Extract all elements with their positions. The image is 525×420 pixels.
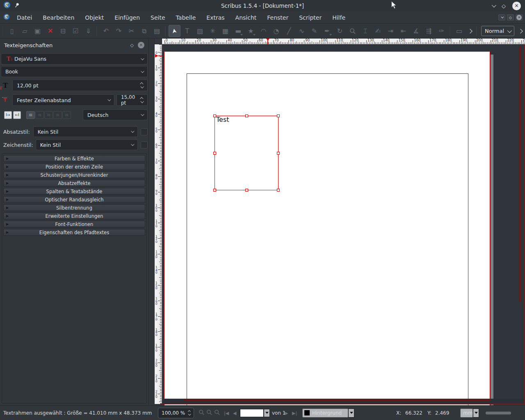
expander-spalten-textabst-nde[interactable]: ▶Spalten & Textabstände	[3, 188, 145, 195]
pdf-tools-overflow-chevron[interactable]	[466, 26, 475, 36]
line-spacing-mode-select[interactable]: Fester Zeilenabstand	[12, 94, 114, 106]
mdi-restore-button[interactable]	[498, 14, 505, 21]
expander-erweiterte-einstellungen[interactable]: ▶Erweiterte Einstellungen	[3, 212, 145, 219]
insert-text-frame-tool[interactable]: T	[181, 25, 193, 37]
zoom-in-icon[interactable]	[214, 409, 220, 417]
paste-button[interactable]: ▤	[151, 25, 163, 37]
insert-polygon-tool[interactable]: ★	[245, 25, 257, 37]
ltr-direction-button[interactable]: I→	[4, 111, 12, 119]
font-family-select[interactable]: TF DejaVu Sans	[1, 53, 148, 64]
insert-render-frame-tool[interactable]: ✳	[207, 25, 219, 37]
insert-bezier-curve-tool[interactable]: ∿	[296, 25, 308, 37]
panel-close-icon[interactable]: ✕	[138, 42, 144, 48]
unlink-text-frames-tool[interactable]: ⇤	[397, 25, 409, 37]
layer-select[interactable]: Hintergrund	[302, 409, 348, 418]
menu-seite[interactable]: Seite	[145, 11, 171, 24]
align-force-justify-button[interactable]: ≡	[62, 111, 71, 119]
menu-objekt[interactable]: Objekt	[80, 11, 109, 24]
undo-button[interactable]: ↶	[100, 25, 112, 37]
page-number-dropdown-button[interactable]	[264, 409, 270, 417]
open-document-button[interactable]: ▱	[19, 25, 31, 37]
insert-image-frame-tool[interactable]: ▨	[194, 25, 206, 37]
menu-einf-gen[interactable]: Einfügen	[109, 11, 145, 24]
next-page-button[interactable]: ▶	[285, 410, 288, 415]
rtl-direction-button[interactable]: ←I	[13, 111, 21, 119]
zoom-tool[interactable]	[347, 25, 358, 37]
maximize-button[interactable]: ◇	[502, 3, 506, 9]
char-style-select[interactable]: Kein Stil	[36, 139, 138, 150]
cut-button[interactable]: ✂	[126, 25, 137, 37]
unit-select[interactable]: mm	[460, 409, 473, 418]
resize-handle-s[interactable]	[245, 189, 248, 192]
pushpin-icon[interactable]	[14, 2, 20, 10]
resize-handle-ne[interactable]	[277, 114, 280, 117]
expander-farben-effekte[interactable]: ▶Farben & Effekte	[3, 155, 145, 162]
copy-item-properties-tool[interactable]: ⇶	[423, 25, 435, 37]
font-style-select[interactable]: Book	[1, 66, 148, 77]
vertical-ruler[interactable]: 0102030405060708090100110120130140150160…	[155, 44, 162, 404]
mdi-close-button[interactable]: ✕	[516, 14, 523, 21]
insert-line-tool[interactable]: ╱	[283, 25, 295, 37]
expander-optischer-randausgleich[interactable]: ▶Optischer Randausgleich	[3, 196, 145, 203]
print-document-button[interactable]: ⊟	[57, 25, 69, 37]
insert-arc-tool[interactable]: ◠	[258, 25, 269, 37]
resize-handle-w[interactable]	[213, 152, 216, 155]
document-viewport[interactable]: Test	[162, 44, 525, 405]
menu-hilfe[interactable]: Hilfe	[327, 11, 351, 24]
copy-button[interactable]: ⧉	[138, 25, 150, 37]
redo-button[interactable]: ↷	[113, 25, 125, 37]
resize-handle-e[interactable]	[277, 152, 280, 155]
zoom-default-icon[interactable]	[206, 409, 212, 417]
insert-shape-tool[interactable]: ▬	[232, 25, 244, 37]
save-document-button[interactable]: ▣	[32, 25, 43, 37]
insert-spiral-tool[interactable]: ◔	[270, 25, 282, 37]
vertical-scrollbar[interactable]	[519, 46, 520, 301]
insert-freehand-line-tool[interactable]: ✎	[308, 25, 320, 37]
language-select[interactable]: Deutsch	[83, 110, 148, 120]
zoom-out-icon[interactable]	[199, 409, 205, 417]
layer-dropdown-button[interactable]	[348, 409, 354, 418]
previous-page-button[interactable]: ◀	[233, 410, 236, 415]
expander-position-der-ersten-zeile[interactable]: ▶Position der ersten Zeile	[3, 163, 145, 170]
menu-bearbeiten[interactable]: Bearbeiten	[37, 11, 80, 24]
menu-tabelle[interactable]: Tabelle	[171, 11, 201, 24]
resize-handle-se[interactable]	[277, 189, 280, 192]
align-left-button[interactable]: ≡	[26, 111, 35, 119]
document-page[interactable]	[164, 51, 490, 405]
line-spacing-spinner[interactable]: 15,00 pt	[116, 94, 148, 106]
font-size-spinner[interactable]: 12,00 pt	[12, 80, 148, 91]
zoom-level-spinner[interactable]: 100,00 %	[158, 408, 194, 418]
ruler-origin-box[interactable]	[155, 39, 162, 44]
expander-font-funktionen[interactable]: ▶Font-Funktionen	[3, 221, 145, 228]
char-style-menu-button[interactable]	[141, 142, 148, 148]
unit-dropdown-button[interactable]	[473, 409, 479, 418]
rotate-item-tool[interactable]: ↻	[334, 25, 346, 37]
story-editor-tool[interactable]: ✍	[372, 25, 384, 37]
edit-contents-tool[interactable]: ⌶	[359, 25, 371, 37]
minimize-button[interactable]	[492, 3, 496, 7]
text-frame-content[interactable]: Test	[216, 116, 229, 123]
toolbar-overflow-chevron[interactable]	[516, 26, 525, 36]
select-item-tool[interactable]: ➤	[169, 25, 180, 37]
expander-schusterjungen-hurenkinder[interactable]: ▶Schusterjungen/Hurenkinder	[3, 171, 145, 178]
last-page-button[interactable]: ▶|	[292, 410, 297, 415]
resize-handle-nw[interactable]	[213, 114, 216, 117]
export-pdf-button[interactable]: ⇓	[82, 25, 94, 37]
insert-table-tool[interactable]: ▦	[219, 25, 231, 37]
link-text-frames-tool[interactable]: ⇥	[385, 25, 397, 37]
horizontal-ruler[interactable]: 0102030405060708090100110120130140150160…	[162, 39, 525, 44]
page-number-input[interactable]	[240, 409, 264, 417]
insert-calligraphic-line-tool[interactable]: ✒	[321, 25, 333, 37]
scribus-menu-logo-icon[interactable]	[3, 14, 10, 22]
selected-text-frame[interactable]: Test	[215, 116, 278, 190]
resize-handle-n[interactable]	[245, 114, 248, 117]
menu-fenster[interactable]: Fenster	[262, 11, 294, 24]
align-center-button[interactable]: ≡	[35, 111, 44, 119]
align-right-button[interactable]: ≡	[44, 111, 53, 119]
measurements-tool[interactable]: ∡	[410, 25, 422, 37]
expander-eigenschaften-des-pfadtextes[interactable]: ▶Eigenschaften des Pfadtextes	[3, 229, 145, 236]
eye-dropper-tool[interactable]: ✑	[436, 25, 447, 37]
preview-mode-select[interactable]: Normal	[481, 26, 514, 36]
preflight-verifier-button[interactable]: ☑	[70, 25, 82, 37]
mdi-maximize-button[interactable]: ◇	[507, 14, 514, 21]
